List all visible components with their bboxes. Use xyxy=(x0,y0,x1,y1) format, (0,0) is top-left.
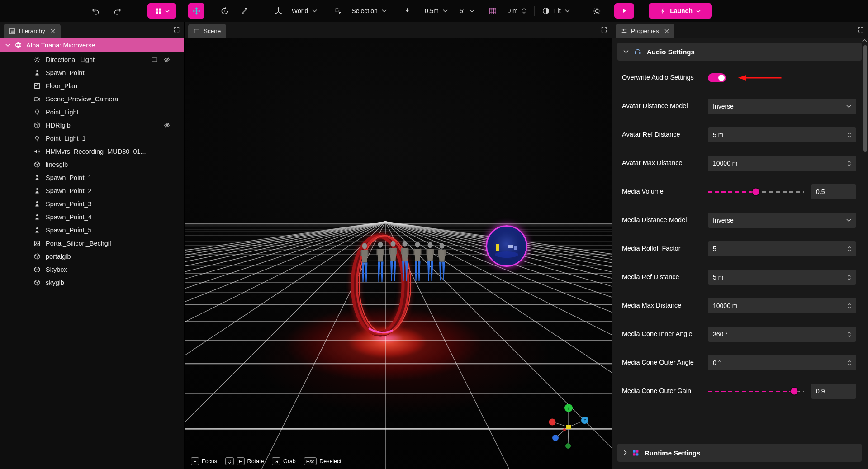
hierarchy-item[interactable]: portalglb xyxy=(0,250,184,263)
selection-mode-button[interactable] xyxy=(330,3,346,19)
chevron-down-icon xyxy=(382,9,387,13)
portal[interactable] xyxy=(486,225,527,267)
expand-panel-icon[interactable] xyxy=(858,27,863,33)
tab-scene[interactable]: Scene xyxy=(188,24,226,38)
hierarchy-item[interactable]: Spawn_Point_4 xyxy=(0,210,184,223)
hierarchy-panel: Hierarchy Alba Triana: Microverse Direct… xyxy=(0,22,185,469)
scene-canvas[interactable]: Y Z FFocusQERotateGGrabEscDeselect xyxy=(185,38,612,469)
hierarchy-item[interactable]: Directional_Light xyxy=(0,53,184,66)
spinner-icon[interactable] xyxy=(847,245,851,253)
close-icon[interactable] xyxy=(51,29,55,33)
move-snap-dropdown[interactable]: 0.5m xyxy=(422,3,451,19)
redo-button[interactable] xyxy=(109,3,126,19)
property-row: Avatar Distance ModelInverse xyxy=(617,94,862,119)
hierarchy-item[interactable]: Scene_Preview_Camera xyxy=(0,92,184,105)
hierarchy-item[interactable]: Spawn_Point_3 xyxy=(0,197,184,210)
render-mode-dropdown[interactable]: Lit xyxy=(539,3,573,19)
hierarchy-item[interactable]: skyglb xyxy=(0,276,184,289)
property-label: Overwrite Audio Settings xyxy=(622,73,698,82)
properties-body: Audio Settings Overwrite Audio SettingsA… xyxy=(612,38,868,469)
surface-snap-button[interactable] xyxy=(399,3,416,19)
viewport-hints: FFocusQERotateGGrabEscDeselect xyxy=(191,457,342,465)
stepper-avatar-ref-distance[interactable]: 5 m xyxy=(708,127,856,142)
slider-knob[interactable] xyxy=(753,189,759,195)
dropdown-avatar-distance-model[interactable]: Inverse xyxy=(708,99,856,114)
spinner-icon[interactable] xyxy=(847,331,851,338)
expand-viewport-icon[interactable] xyxy=(601,27,607,33)
stepper-media-rolloff-factor[interactable]: 5 xyxy=(708,241,856,256)
hierarchy-item[interactable]: Spawn_Point_1 xyxy=(0,171,184,184)
scene-tab-icon xyxy=(194,28,200,34)
chevron-down-icon xyxy=(696,9,701,13)
avatar-figure[interactable] xyxy=(359,242,370,285)
audio-settings-header[interactable]: Audio Settings xyxy=(617,43,862,61)
spinner-icon[interactable] xyxy=(847,160,851,167)
hierarchy-root-item[interactable]: Alba Triana: Microverse xyxy=(0,38,184,52)
stepper-media-ref-distance[interactable]: 5 m xyxy=(708,270,856,285)
hierarchy-item[interactable]: HDRIglb xyxy=(0,118,184,132)
grid-snap-button[interactable] xyxy=(484,3,501,19)
slider-media-volume[interactable] xyxy=(708,188,804,196)
transform-space-button[interactable] xyxy=(270,3,286,19)
hierarchy-item[interactable]: Floor_Plan xyxy=(0,79,184,92)
hierarchy-item[interactable]: Spawn_Point_2 xyxy=(0,184,184,197)
avatar-figure[interactable] xyxy=(399,240,411,284)
height-snap-stepper[interactable]: 0 m xyxy=(504,3,528,19)
spinner-icon[interactable] xyxy=(847,274,851,281)
close-icon[interactable] xyxy=(664,29,669,33)
slider-value-media-volume[interactable]: 0.5 xyxy=(811,184,856,199)
tab-hierarchy[interactable]: Hierarchy xyxy=(4,24,61,38)
tab-properties[interactable]: Properties xyxy=(616,24,674,38)
stepper-media-cone-outer-angle[interactable]: 0 ° xyxy=(708,355,856,370)
scrollbar-up-icon[interactable] xyxy=(862,39,867,43)
settings-button[interactable] xyxy=(589,3,605,19)
spinner-icon[interactable] xyxy=(847,302,851,310)
runtime-icon xyxy=(632,449,640,457)
layout-grid-button[interactable] xyxy=(147,3,176,19)
spinner-icon[interactable] xyxy=(847,359,851,367)
axis-gizmo[interactable]: Y Z xyxy=(541,400,596,454)
avatar-figure[interactable] xyxy=(412,241,423,284)
avatar-figure[interactable] xyxy=(436,242,448,283)
eye-off-icon[interactable] xyxy=(163,122,171,129)
undo-button[interactable] xyxy=(87,3,103,19)
hierarchy-item-label: Spawn_Point xyxy=(46,69,84,76)
launch-button[interactable]: Launch xyxy=(649,3,712,19)
rotate-tool-button[interactable] xyxy=(216,3,232,19)
hierarchy-item[interactable]: Spawn_Point xyxy=(0,66,184,79)
frame-icon[interactable] xyxy=(151,56,158,63)
hierarchy-tab-label: Hierarchy xyxy=(19,28,45,34)
scrollbar-thumb[interactable] xyxy=(863,45,867,152)
hierarchy-item-label: Spawn_Point_1 xyxy=(46,174,92,181)
toggle-overwrite-audio-settings[interactable] xyxy=(708,73,726,82)
spinner-icon[interactable] xyxy=(847,131,851,139)
avatar-figure[interactable] xyxy=(387,240,399,284)
dropdown-media-distance-model[interactable]: Inverse xyxy=(708,213,856,228)
hierarchy-item[interactable]: Point_Light_1 xyxy=(0,132,184,145)
selection-dropdown[interactable]: Selection xyxy=(349,3,389,19)
eye-off-icon[interactable] xyxy=(163,56,171,63)
play-button[interactable] xyxy=(614,3,634,19)
hierarchy-item[interactable]: Point_Light xyxy=(0,105,184,118)
avatar-figure[interactable] xyxy=(424,242,436,284)
slider-knob[interactable] xyxy=(791,388,797,395)
hierarchy-item[interactable]: Spawn_Point_5 xyxy=(0,223,184,237)
expand-panel-icon[interactable] xyxy=(174,27,180,33)
slider-media-cone-outer-gain[interactable] xyxy=(708,387,804,395)
slider-value-media-cone-outer-gain[interactable]: 0.9 xyxy=(811,384,856,399)
hierarchy-item[interactable]: Portal_Silicon_Bechgif xyxy=(0,237,184,250)
runtime-settings-header[interactable]: Runtime Settings xyxy=(617,444,862,462)
stepper-media-cone-inner-angle[interactable]: 360 ° xyxy=(708,327,856,342)
stepper-media-max-distance[interactable]: 10000 m xyxy=(708,298,856,313)
move-snap-value: 0.5m xyxy=(425,7,439,14)
field-value: Inverse xyxy=(713,217,734,224)
hierarchy-item[interactable]: Skybox xyxy=(0,263,184,276)
scale-tool-button[interactable] xyxy=(236,3,252,19)
hierarchy-item[interactable]: HMMvrs_Recording_MUD30_01... xyxy=(0,145,184,158)
rotate-snap-dropdown[interactable]: 5° xyxy=(457,3,477,19)
stepper-avatar-max-distance[interactable]: 10000 m xyxy=(708,156,856,171)
hierarchy-item[interactable]: linesglb xyxy=(0,158,184,171)
move-tool-button[interactable] xyxy=(188,3,204,19)
world-space-dropdown[interactable]: World xyxy=(289,3,320,19)
avatar-figure[interactable] xyxy=(375,241,386,284)
